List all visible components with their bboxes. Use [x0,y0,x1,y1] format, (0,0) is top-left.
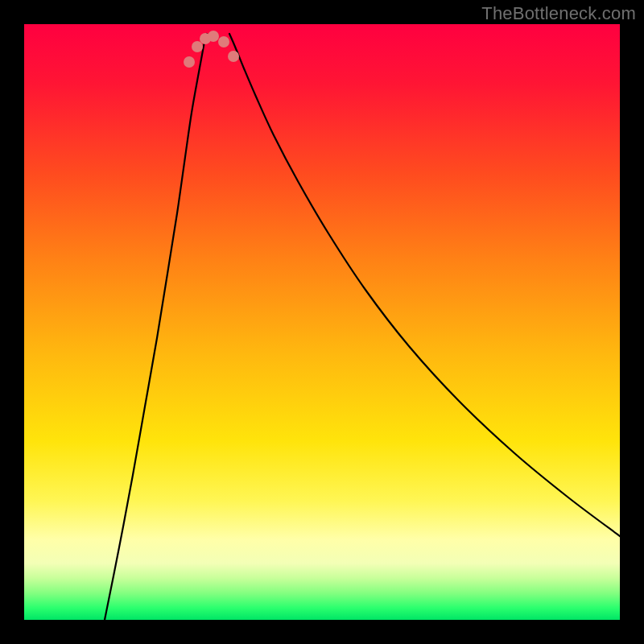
gradient-background [24,24,620,620]
valley-marker [208,31,219,42]
valley-marker [184,56,195,68]
stage: TheBottleneck.com [0,0,644,644]
valley-marker [192,41,203,52]
plot-panel [24,24,620,620]
watermark-text: TheBottleneck.com [481,3,636,24]
valley-marker [218,36,229,47]
plot-svg [24,24,620,620]
valley-marker [228,51,239,62]
